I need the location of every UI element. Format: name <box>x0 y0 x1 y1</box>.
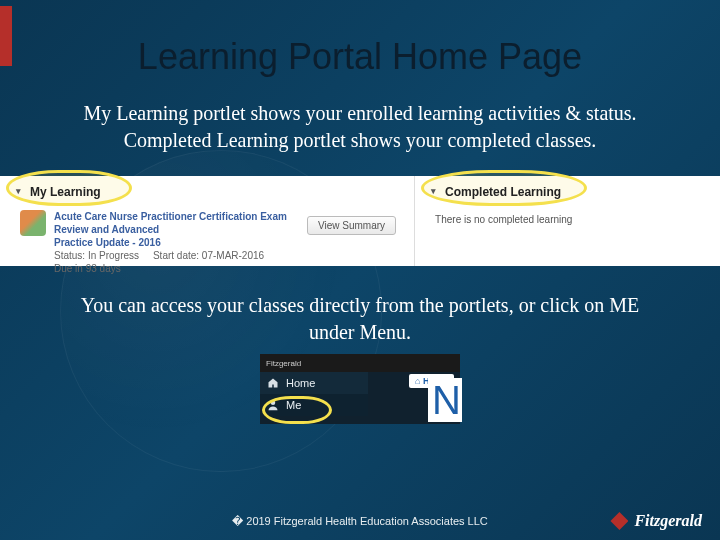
course-subtitle: Practice Update - 2016 <box>54 237 161 248</box>
accent-bar <box>0 6 12 66</box>
menu-item-label: Me <box>286 399 301 411</box>
subtitle-line-1: My Learning portlet shows your enrolled … <box>83 102 636 124</box>
view-summary-button[interactable]: View Summary <box>307 216 396 235</box>
slide-title: Learning Portal Home Page <box>0 0 720 78</box>
home-icon <box>267 377 279 389</box>
note-line-2: under Menu. <box>309 321 411 343</box>
note-line-1: You can access your classes directly fro… <box>81 294 639 316</box>
home-icon: ⌂ <box>415 376 420 386</box>
slide-note: You can access your classes directly fro… <box>0 292 720 346</box>
course-icon <box>20 210 46 236</box>
course-title[interactable]: Acute Care Nurse Practitioner Certificat… <box>54 211 287 235</box>
menu-item-label: Home <box>286 377 315 389</box>
my-learning-heading[interactable]: My Learning <box>20 184 109 200</box>
menu-panel: Home Me <box>260 372 368 416</box>
user-icon <box>267 399 279 411</box>
slide-subtitle: My Learning portlet shows your enrolled … <box>0 100 720 154</box>
completed-empty-text: There is no completed learning <box>435 214 708 225</box>
course-text: Acute Care Nurse Practitioner Certificat… <box>54 210 299 275</box>
subtitle-line-2: Completed Learning portlet shows your co… <box>124 129 597 151</box>
brand-mark: Fitzgerald <box>610 512 702 530</box>
brand-logo-icon <box>610 512 628 530</box>
cropped-letter: N <box>428 378 462 422</box>
menu-top-brand: Fitzgerald <box>266 359 301 368</box>
brand-name: Fitzgerald <box>634 512 702 530</box>
completed-learning-portlet: Completed Learning There is no completed… <box>415 176 720 266</box>
course-start-date: Start date: 07-MAR-2016 <box>153 250 264 261</box>
course-due: Due in 93 days <box>54 263 121 274</box>
course-row: Acute Care Nurse Practitioner Certificat… <box>20 210 402 275</box>
completed-learning-heading[interactable]: Completed Learning <box>435 184 569 200</box>
my-learning-portlet: My Learning Acute Care Nurse Practitione… <box>0 176 415 266</box>
menu-screenshot: Fitzgerald ⌂ Home Home Me N <box>260 354 460 424</box>
menu-item-me[interactable]: Me <box>260 394 368 416</box>
slide: Learning Portal Home Page My Learning po… <box>0 0 720 540</box>
menu-top-bar: Fitzgerald <box>260 354 460 372</box>
menu-item-home[interactable]: Home <box>260 372 368 394</box>
svg-point-0 <box>271 401 276 406</box>
portlets-screenshot: My Learning Acute Care Nurse Practitione… <box>0 176 720 266</box>
course-status: Status: In Progress <box>54 250 139 261</box>
